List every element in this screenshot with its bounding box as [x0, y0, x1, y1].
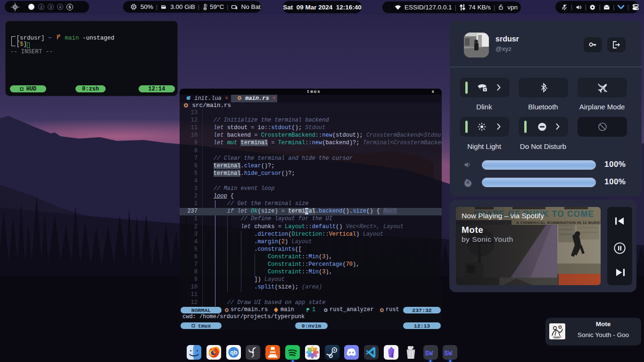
svg-text:$W: $W	[425, 350, 433, 357]
svg-text:qb: qb	[230, 349, 238, 356]
svg-text:$W: $W	[444, 350, 453, 357]
